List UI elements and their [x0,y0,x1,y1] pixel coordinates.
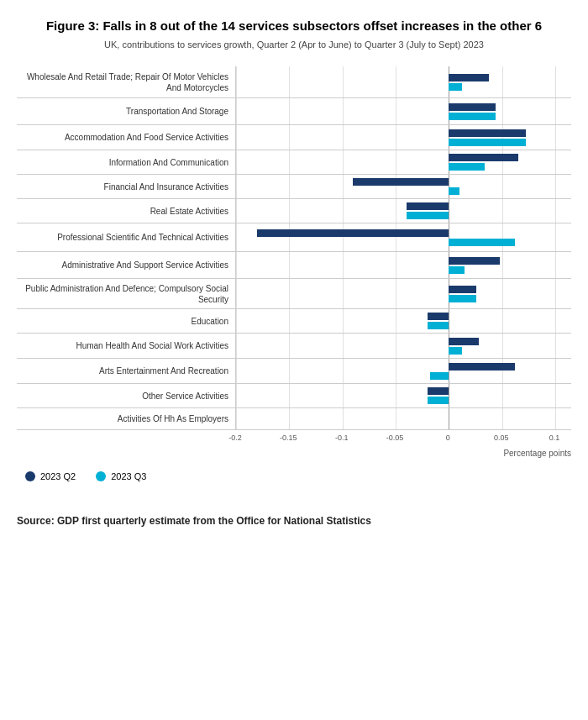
bar-q3 [449,83,461,91]
bar-q3 [449,139,525,146]
bar-section [235,279,554,308]
chart-row: Transportation And Storage [17,98,571,125]
bar-section [235,150,554,174]
chart-row: Arts Entertainment And Recreation [17,359,571,384]
chart-row: Human Health And Social Work Activities [17,334,571,359]
bar-q3 [428,397,449,404]
y-label: Human Health And Social Work Activities [17,334,235,358]
bar-section [235,199,554,223]
y-label: Other Service Activities [17,384,235,407]
bar-section [235,125,554,150]
bar-q3 [449,239,515,246]
bar-q2 [353,178,449,186]
legend: 2023 Q2 2023 Q3 [25,471,571,481]
x-tick: -0.05 [386,434,404,442]
y-label: Professional Scientific And Technical Ac… [17,223,235,251]
bar-q3 [428,322,449,329]
bar-section [235,252,554,278]
x-tick: -0.1 [335,434,349,442]
x-tick: 0.1 [549,434,560,442]
x-tick: -0.15 [280,434,297,442]
bar-q2 [449,257,500,265]
bar-q3 [430,372,449,380]
bar-q3 [449,113,496,120]
chart-row: Real Estate Activities [17,199,571,223]
legend-q3-label: 2023 Q3 [111,471,146,481]
bar-q2 [449,103,496,111]
bar-section [235,309,554,333]
y-label: Wholesale And Retail Trade; Repair Of Mo… [17,66,235,97]
bar-q2 [449,154,517,161]
legend-q3: 2023 Q3 [96,471,146,481]
chart-row: Financial And Insurance Activities [17,175,571,199]
chart-subtitle: UK, contributions to services growth, Qu… [17,39,571,50]
bar-q2 [407,202,449,210]
x-tick: 0.05 [494,434,509,442]
chart-rows: Wholesale And Retail Trade; Repair Of Mo… [17,66,571,430]
bar-section [235,384,554,407]
bar-q2 [428,387,449,395]
bar-q3 [449,295,476,302]
bar-section [235,408,554,429]
chart-row: Professional Scientific And Technical Ac… [17,223,571,252]
chart-row: Information And Communication [17,150,571,175]
bar-section [235,175,554,198]
bar-q2 [449,338,478,345]
y-label: Financial And Insurance Activities [17,175,235,198]
y-label: Information And Communication [17,150,235,174]
y-label: Activities Of Hh As Employers [17,408,235,429]
bar-q3 [449,266,465,274]
legend-q3-dot [96,471,106,481]
x-tick: 0 [446,434,450,442]
bar-section [235,359,554,383]
y-label: Arts Entertainment And Recreation [17,359,235,383]
y-label: Public Administration And Defence; Compu… [17,279,235,308]
chart-row: Accommodation And Food Service Activitie… [17,125,571,150]
bar-q2 [449,286,476,293]
source-text: Source: GDP first quarterly estimate fro… [17,515,571,527]
bar-q2 [428,313,449,320]
bar-q3 [407,212,449,219]
y-label: Accommodation And Food Service Activitie… [17,125,235,150]
chart-body-wrapper: Wholesale And Retail Trade; Repair Of Mo… [17,66,571,458]
bar-q3 [449,163,485,171]
chart-row: Other Service Activities [17,384,571,408]
bar-q2 [449,129,525,137]
chart-row: Education [17,309,571,334]
legend-q2-dot [25,471,35,481]
bar-section [235,223,554,251]
legend-q2-label: 2023 Q2 [40,471,76,481]
chart-row: Wholesale And Retail Trade; Repair Of Mo… [17,66,571,98]
chart-row: Administrative And Support Service Activ… [17,252,571,279]
y-label: Education [17,309,235,333]
bar-q2 [257,229,449,237]
bar-q2 [449,363,515,371]
x-axis: -0.2-0.15-0.1-0.0500.050.1 [235,430,554,447]
x-axis-label: Percentage points [235,449,571,458]
y-label: Administrative And Support Service Activ… [17,252,235,278]
chart-title: Figure 3: Falls in 8 out of the 14 servi… [17,17,571,34]
bar-section [235,66,554,97]
chart-row: Public Administration And Defence; Compu… [17,279,571,309]
x-tick: -0.2 [228,434,242,442]
chart-row: Activities Of Hh As Employers [17,408,571,430]
bar-section [235,98,554,124]
y-label: Transportation And Storage [17,98,235,124]
bar-q3 [449,347,461,355]
chart-container: Figure 3: Falls in 8 out of the 14 servi… [17,17,571,527]
legend-q2: 2023 Q2 [25,471,76,481]
bar-section [235,334,554,358]
bar-q3 [449,187,459,195]
bar-q2 [449,74,489,81]
y-label: Real Estate Activities [17,199,235,223]
